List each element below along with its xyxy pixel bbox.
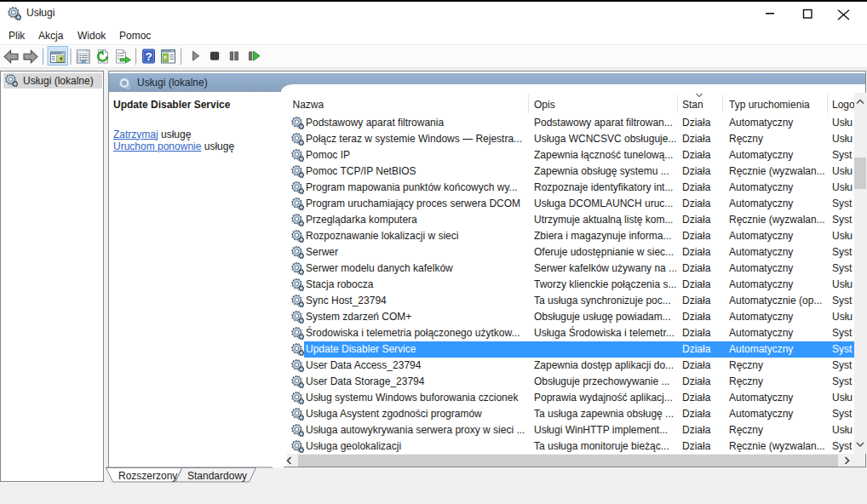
svg-text:?: ? — [145, 50, 152, 63]
